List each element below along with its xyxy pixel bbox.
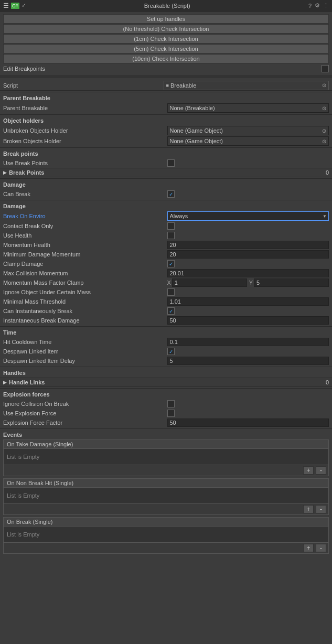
on-take-damage-plus[interactable]: +: [303, 466, 314, 475]
handle-links-arrow: ▶: [3, 380, 7, 385]
parent-breakable-label: Parent Breakable: [3, 105, 167, 111]
x-input[interactable]: [172, 278, 247, 287]
despawn-delay-input[interactable]: [167, 357, 329, 365]
use-break-points-checkbox[interactable]: [167, 159, 175, 167]
window-title: Breakable (Script): [26, 3, 308, 9]
break-points-collapsible[interactable]: ▶ Break Points 0: [0, 168, 332, 177]
broken-objects-label: Broken Objects Holder: [3, 138, 167, 144]
ten-cm-button[interactable]: (10cm) Check Intersection: [3, 54, 329, 63]
break-on-enviro-label[interactable]: Break On Enviro: [3, 213, 167, 219]
clamp-damage-checkbox[interactable]: [167, 260, 175, 267]
can-break-value: [167, 190, 329, 198]
handle-links-collapsible[interactable]: ▶ Handle Links 0: [0, 378, 332, 387]
parent-breakable-header: Parent Breakable: [0, 93, 332, 103]
script-circle-btn[interactable]: ⊙: [322, 82, 326, 88]
explosion-force-factor-input[interactable]: [167, 418, 329, 427]
despawn-linked-checkbox[interactable]: [167, 348, 175, 355]
setup-handles-button[interactable]: Set up handles: [3, 14, 329, 24]
hit-cooldown-row: Hit Cooldown Time: [0, 337, 332, 347]
minimal-mass-label: Minimal Mass Threshold: [3, 298, 167, 305]
momentum-health-value: [167, 241, 329, 249]
instant-break-damage-label: Instantaneous Break Damage: [3, 317, 167, 324]
min-damage-momentum-value: [167, 250, 329, 259]
min-damage-momentum-label: Minimum Damage Momentum: [3, 251, 167, 257]
unbroken-objects-label: Unbroken Objects Holder: [3, 127, 167, 134]
contact-break-only-row: Contact Break Only: [0, 221, 332, 231]
break-on-enviro-row: Break On Enviro Always Never OnContact ▼: [0, 211, 332, 221]
script-label: Script: [3, 82, 164, 89]
hit-cooldown-input[interactable]: [167, 338, 329, 346]
max-collision-momentum-row: Max Collision Momentum: [0, 269, 332, 278]
use-health-checkbox[interactable]: [167, 232, 175, 239]
despawn-delay-value: [167, 357, 329, 365]
on-non-break-hit-minus[interactable]: -: [316, 505, 326, 513]
unbroken-circle[interactable]: ⊙: [322, 128, 326, 134]
script-ref: ■ Breakable ⊙: [164, 81, 329, 90]
can-instant-break-value: [167, 307, 329, 315]
instant-break-damage-input[interactable]: [167, 316, 329, 325]
hit-cooldown-value: [167, 338, 329, 346]
use-explosion-checkbox[interactable]: [167, 410, 175, 417]
broken-objects-row: Broken Objects Holder None (Game Object)…: [0, 136, 332, 146]
settings-icon[interactable]: ⚙: [315, 2, 320, 9]
despawn-delay-row: Despawn Linked Item Delay: [0, 356, 332, 366]
help-icon[interactable]: ?: [308, 3, 312, 9]
ignore-collision-checkbox[interactable]: [167, 400, 175, 407]
no-threshold-button[interactable]: (No threshold) Check Intersection: [3, 24, 329, 34]
on-non-break-hit-empty: List is Empty: [4, 488, 328, 503]
on-take-damage-minus[interactable]: -: [316, 466, 326, 475]
cs-icon: C#: [11, 3, 19, 9]
use-break-points-value: [167, 159, 329, 167]
minimal-mass-row: Minimal Mass Threshold: [0, 297, 332, 306]
thin-sep9: [0, 428, 332, 429]
despawn-linked-value: [167, 348, 329, 355]
y-input[interactable]: [254, 278, 329, 287]
xy-inputs: X Y: [167, 278, 329, 287]
on-non-break-hit-footer: + -: [4, 503, 328, 514]
break-on-enviro-select[interactable]: Always Never OnContact: [167, 211, 329, 221]
contact-break-only-value: [167, 222, 329, 230]
on-non-break-hit-plus[interactable]: +: [303, 505, 314, 513]
on-break-plus[interactable]: +: [303, 544, 314, 552]
thin-sep8: [0, 388, 332, 389]
edit-breakpoints-checkbox[interactable]: [322, 65, 329, 72]
one-cm-button[interactable]: (1cm) Check Intersection: [3, 34, 329, 44]
max-collision-momentum-input[interactable]: [167, 269, 329, 277]
explosion-force-factor-value: [167, 418, 329, 427]
use-health-row: Use Health: [0, 231, 332, 240]
ignore-object-checkbox[interactable]: [167, 288, 175, 296]
despawn-delay-label: Despawn Linked Item Delay: [3, 358, 167, 364]
checkmark-icon[interactable]: ✓: [22, 2, 26, 9]
on-break-minus[interactable]: -: [316, 544, 326, 552]
can-instant-break-checkbox[interactable]: [167, 307, 175, 315]
minimal-mass-input[interactable]: [167, 297, 329, 306]
momentum-health-row: Momentum Health: [0, 240, 332, 250]
min-damage-momentum-input[interactable]: [167, 250, 329, 259]
contact-break-only-label: Contact Break Only: [3, 223, 167, 229]
unbroken-objects-text: None (Game Object): [170, 127, 223, 134]
break-points-collapsible-label: Break Points: [9, 169, 326, 176]
contact-break-only-checkbox[interactable]: [167, 222, 175, 230]
broken-circle[interactable]: ⊙: [322, 138, 326, 144]
break-points-section-header: Break points: [0, 149, 332, 158]
thin-sep6: [0, 326, 332, 327]
can-break-checkbox[interactable]: [167, 190, 175, 198]
momentum-mass-factor-value: X Y: [167, 278, 329, 287]
instant-break-damage-value: [167, 316, 329, 325]
thin-sep7: [0, 367, 332, 367]
momentum-health-input[interactable]: [167, 241, 329, 249]
parent-breakable-circle[interactable]: ⊙: [322, 105, 326, 111]
setup-handles-section: Set up handles (No threshold) Check Inte…: [3, 14, 329, 64]
min-damage-momentum-row: Minimum Damage Momentum: [0, 250, 332, 259]
break-points-arrow: ▶: [3, 170, 7, 175]
on-break-empty: List is Empty: [4, 527, 328, 542]
use-break-points-label: Use Break Points: [3, 160, 167, 166]
five-cm-button[interactable]: (5cm) Check Intersection: [3, 44, 329, 53]
use-health-value: [167, 232, 329, 239]
handle-links-label: Handle Links: [9, 379, 326, 385]
handle-links-value: 0: [326, 379, 329, 385]
on-break-footer: + -: [4, 542, 328, 553]
hamburger-icon[interactable]: ☰: [3, 2, 9, 9]
ignore-collision-value: [167, 400, 329, 407]
overflow-icon[interactable]: ⋮: [323, 2, 329, 9]
